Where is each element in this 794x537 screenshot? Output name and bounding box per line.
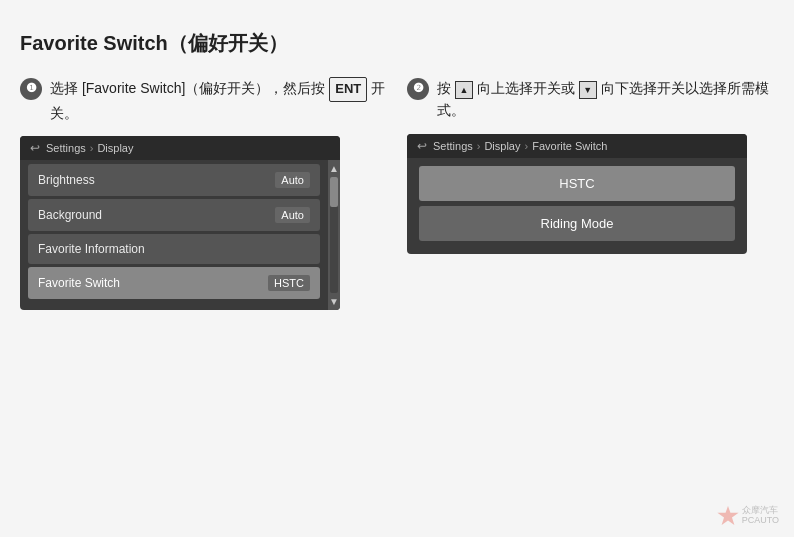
- menu-item-favorite-info[interactable]: Favorite Information: [28, 234, 320, 264]
- arrow-down-icon: ▼: [579, 81, 597, 99]
- option-hstc[interactable]: HSTC: [419, 166, 735, 201]
- step1-instruction: ❶ 选择 [Favorite Switch]（偏好开关），然后按 ENT 开关。: [20, 77, 387, 124]
- screen2-breadcrumb-display: Display: [484, 140, 520, 152]
- menu-item-background[interactable]: Background Auto: [28, 199, 320, 231]
- scroll-down-arrow[interactable]: ▼: [329, 296, 339, 307]
- watermark-logo: [717, 505, 739, 527]
- content-row: ❶ 选择 [Favorite Switch]（偏好开关），然后按 ENT 开关。…: [20, 77, 774, 310]
- step1-number: ❶: [20, 78, 42, 100]
- scroll-thumb: [330, 177, 338, 207]
- option-riding-mode[interactable]: Riding Mode: [419, 206, 735, 241]
- screen2-sep2: ›: [525, 140, 529, 152]
- watermark-text: 众摩汽车 PCAUTO: [742, 506, 779, 526]
- back-icon[interactable]: ↩: [30, 141, 40, 155]
- screen2-sep1: ›: [477, 140, 481, 152]
- favorite-switch-value: HSTC: [268, 275, 310, 291]
- menu-item-brightness[interactable]: Brightness Auto: [28, 164, 320, 196]
- right-section: ❷ 按 ▲ 向上选择开关或 ▼ 向下选择开关以选择所需模式。 ↩ Setting…: [407, 77, 774, 254]
- screen2-breadcrumb-favorite-switch: Favorite Switch: [532, 140, 607, 152]
- brightness-value: Auto: [275, 172, 310, 188]
- screen2: ↩ Settings › Display › Favorite Switch H…: [407, 134, 747, 254]
- step2-instruction: ❷ 按 ▲ 向上选择开关或 ▼ 向下选择开关以选择所需模式。: [407, 77, 774, 122]
- breadcrumb-display: Display: [97, 142, 133, 154]
- screen1: ↩ Settings › Display Brightness Auto: [20, 136, 340, 310]
- ent-key: ENT: [329, 77, 367, 102]
- screen1-header: ↩ Settings › Display: [20, 136, 340, 160]
- screen1-breadcrumb: Settings › Display: [46, 142, 134, 154]
- step1-text: 选择 [Favorite Switch]（偏好开关），然后按 ENT 开关。: [50, 77, 387, 124]
- scroll-up-arrow[interactable]: ▲: [329, 163, 339, 174]
- screen2-header: ↩ Settings › Display › Favorite Switch: [407, 134, 747, 158]
- brightness-label: Brightness: [38, 173, 95, 187]
- menu-item-favorite-switch[interactable]: Favorite Switch HSTC: [28, 267, 320, 299]
- screen2-back-icon[interactable]: ↩: [417, 139, 427, 153]
- screen1-body-wrap: Brightness Auto Background Auto Favorite…: [20, 160, 340, 310]
- background-value: Auto: [275, 207, 310, 223]
- step2-text: 按 ▲ 向上选择开关或 ▼ 向下选择开关以选择所需模式。: [437, 77, 774, 122]
- background-label: Background: [38, 208, 102, 222]
- watermark: 众摩汽车 PCAUTO: [717, 505, 779, 527]
- arrow-up-icon: ▲: [455, 81, 473, 99]
- screen2-breadcrumb: Settings › Display › Favorite Switch: [433, 140, 607, 152]
- screen1-body: Brightness Auto Background Auto Favorite…: [20, 160, 328, 310]
- step2-number: ❷: [407, 78, 429, 100]
- favorite-info-label: Favorite Information: [38, 242, 145, 256]
- page-title: Favorite Switch（偏好开关）: [20, 30, 774, 57]
- screen2-body: HSTC Riding Mode: [407, 158, 747, 254]
- favorite-switch-label: Favorite Switch: [38, 276, 120, 290]
- breadcrumb-settings: Settings: [46, 142, 86, 154]
- svg-marker-0: [717, 506, 738, 525]
- screen2-breadcrumb-settings: Settings: [433, 140, 473, 152]
- breadcrumb-sep1: ›: [90, 142, 94, 154]
- scroll-bar: ▲ ▼: [328, 160, 340, 310]
- main-container: Favorite Switch（偏好开关） ❶ 选择 [Favorite Swi…: [0, 0, 794, 330]
- scroll-track: [330, 177, 338, 293]
- left-section: ❶ 选择 [Favorite Switch]（偏好开关），然后按 ENT 开关。…: [20, 77, 387, 310]
